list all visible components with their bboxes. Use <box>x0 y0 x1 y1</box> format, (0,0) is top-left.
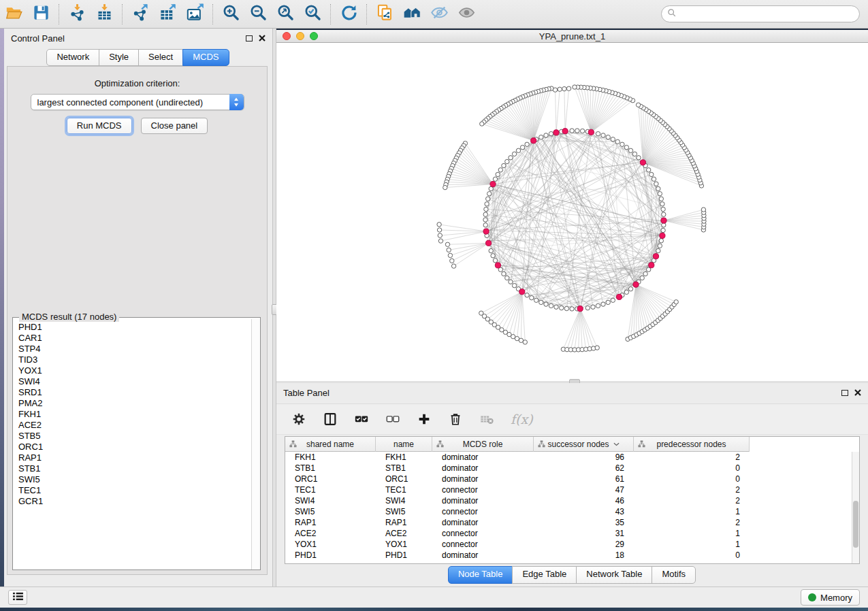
graph-leaf-node[interactable] <box>438 233 442 237</box>
graph-node[interactable] <box>647 168 651 172</box>
tab-node-table[interactable]: Node Table <box>448 566 513 584</box>
graph-node[interactable] <box>505 276 509 280</box>
graph-node[interactable] <box>564 306 568 310</box>
show-panels-list-button[interactable] <box>8 590 27 605</box>
add-column-button[interactable] <box>417 412 432 427</box>
export-image-button[interactable] <box>181 3 208 26</box>
mcds-node-item[interactable]: STP4 <box>18 344 251 354</box>
graph-node[interactable] <box>656 186 660 191</box>
graph-node[interactable] <box>520 145 524 149</box>
zoom-out-button[interactable] <box>244 3 272 26</box>
graph-node[interactable] <box>485 202 489 206</box>
delete-rows-button[interactable] <box>448 412 463 427</box>
graph-leaf-node[interactable] <box>443 185 447 189</box>
show-all-button[interactable] <box>453 3 480 26</box>
graph-node[interactable] <box>487 192 492 196</box>
graph-node[interactable] <box>652 177 656 181</box>
graph-leaf-node[interactable] <box>553 88 557 92</box>
graph-node[interactable] <box>505 159 509 163</box>
zoom-fit-button[interactable] <box>272 3 299 26</box>
close-panel-button[interactable]: Close panel <box>141 118 208 134</box>
graph-mcds-hub-node[interactable] <box>577 306 583 312</box>
graph-node[interactable] <box>483 218 487 222</box>
graph-node[interactable] <box>489 248 493 252</box>
graph-node[interactable] <box>654 182 658 186</box>
graph-node[interactable] <box>620 142 624 146</box>
table-row[interactable]: YOX1YOX1connector291 <box>285 539 852 550</box>
graph-leaf-node[interactable] <box>701 208 705 212</box>
graph-node[interactable] <box>658 192 662 196</box>
graph-node[interactable] <box>585 306 590 310</box>
graph-node[interactable] <box>525 293 529 297</box>
table-scrollbar-thumb[interactable] <box>853 501 858 548</box>
graph-node[interactable] <box>534 298 539 302</box>
graph-node[interactable] <box>493 177 497 181</box>
export-network-button[interactable] <box>127 3 154 26</box>
graph-mcds-hub-node[interactable] <box>486 240 492 246</box>
graph-node[interactable] <box>632 152 637 156</box>
mcds-node-item[interactable]: ACE2 <box>18 420 251 431</box>
graph-node[interactable] <box>549 131 553 135</box>
unselect-all-rows-button[interactable] <box>385 412 400 427</box>
select-all-rows-button[interactable] <box>354 412 369 427</box>
graph-node[interactable] <box>628 287 632 291</box>
graph-mcds-hub-node[interactable] <box>519 289 525 295</box>
maximize-window-icon[interactable] <box>310 32 318 40</box>
mcds-node-item[interactable]: GCR1 <box>18 496 251 507</box>
graph-leaf-node[interactable] <box>438 239 443 243</box>
hide-selected-button[interactable] <box>425 3 453 26</box>
graph-leaf-node[interactable] <box>447 248 451 252</box>
search-input[interactable] <box>677 7 859 21</box>
refresh-layout-button[interactable] <box>335 3 362 26</box>
graph-node[interactable] <box>601 302 605 306</box>
graph-node[interactable] <box>591 305 595 309</box>
copy-style-button[interactable] <box>371 3 398 26</box>
graph-node[interactable] <box>502 271 506 276</box>
graph-node[interactable] <box>570 129 574 133</box>
graph-leaf-node[interactable] <box>573 85 577 89</box>
graph-mcds-hub-node[interactable] <box>490 182 496 187</box>
graph-node[interactable] <box>549 303 553 308</box>
graph-node[interactable] <box>486 197 490 201</box>
mcds-result-list[interactable]: PHD1CAR1STP4TID3YOX1SWI4SRD1PMA2FKH1ACE2… <box>13 319 251 569</box>
tab-style[interactable]: Style <box>99 49 139 66</box>
graph-mcds-hub-node[interactable] <box>660 233 665 238</box>
graph-mcds-hub-node[interactable] <box>562 129 568 134</box>
graph-node[interactable] <box>611 137 615 142</box>
close-panel-icon[interactable] <box>854 389 861 396</box>
minimize-window-icon[interactable] <box>296 32 304 40</box>
graph-node[interactable] <box>483 223 487 227</box>
graph-mcds-hub-node[interactable] <box>661 218 666 223</box>
mcds-node-item[interactable]: SWI5 <box>18 474 251 485</box>
first-neighbors-button[interactable] <box>398 3 425 26</box>
tab-mcds[interactable]: MCDS <box>182 49 229 66</box>
tab-edge-table[interactable]: Edge Table <box>512 566 577 584</box>
graph-node[interactable] <box>530 296 534 300</box>
graph-node[interactable] <box>496 172 500 176</box>
table-row[interactable]: PHD1PHD1dominator180 <box>285 550 852 561</box>
graph-node[interactable] <box>512 284 516 288</box>
float-panel-icon[interactable] <box>841 386 848 399</box>
graph-node[interactable] <box>575 129 579 133</box>
graph-node[interactable] <box>512 152 516 156</box>
mcds-node-item[interactable]: YOX1 <box>18 365 251 376</box>
graph-leaf-node[interactable] <box>451 264 455 268</box>
graph-node[interactable] <box>493 259 497 263</box>
table-row[interactable]: RAP1RAP1dominator352 <box>285 517 852 528</box>
graph-mcds-hub-node[interactable] <box>640 160 645 165</box>
graph-node[interactable] <box>491 254 495 258</box>
tab-select[interactable]: Select <box>138 49 183 66</box>
graph-node[interactable] <box>615 139 620 144</box>
table-row[interactable]: FKH1FKH1dominator962 <box>285 452 852 463</box>
mcds-node-item[interactable]: PHD1 <box>18 322 251 333</box>
graph-mcds-hub-node[interactable] <box>616 294 622 299</box>
table-row[interactable]: TEC1TEC1connector472 <box>285 484 852 495</box>
graph-mcds-hub-node[interactable] <box>649 263 654 268</box>
graph-node[interactable] <box>509 280 513 284</box>
graph-node[interactable] <box>560 306 564 310</box>
graph-node[interactable] <box>539 135 543 139</box>
graph-node[interactable] <box>661 207 665 211</box>
graph-node[interactable] <box>544 302 548 306</box>
mcds-node-item[interactable]: FKH1 <box>18 409 251 420</box>
table-scrollbar[interactable] <box>852 452 859 563</box>
